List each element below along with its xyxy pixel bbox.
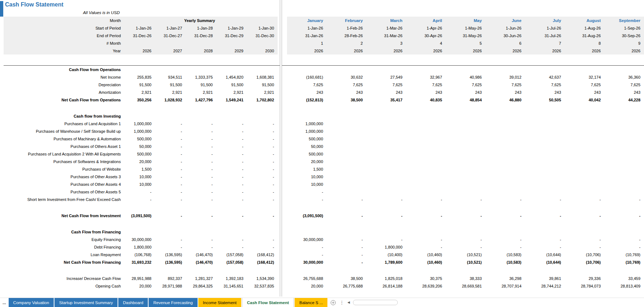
value-cell[interactable]: 36,298: [485, 275, 525, 282]
value-cell[interactable]: 500,000: [287, 135, 327, 142]
yearly-summary-label[interactable]: Yearly Summary: [124, 17, 278, 24]
value-cell[interactable]: [446, 180, 485, 188]
value-cell[interactable]: -: [604, 196, 644, 203]
row-label[interactable]: Opening Cash: [4, 282, 124, 290]
value-cell[interactable]: (3,091,500): [287, 212, 327, 219]
value-cell[interactable]: 50,000: [124, 142, 155, 150]
value-cell[interactable]: 27,549: [366, 73, 406, 81]
value-cell[interactable]: -: [247, 165, 278, 173]
value-cell[interactable]: 28,707,914: [485, 282, 525, 290]
value-cell[interactable]: -: [327, 236, 366, 243]
row-label[interactable]: Purchases of Website: [4, 165, 124, 173]
value-cell[interactable]: -: [247, 120, 278, 127]
value-cell[interactable]: [565, 165, 604, 173]
period-cell[interactable]: 31-Jul-26: [525, 32, 565, 39]
value-cell[interactable]: (168,412): [247, 251, 278, 258]
value-cell[interactable]: 40,835: [406, 96, 446, 104]
value-cell[interactable]: 91,500: [186, 81, 216, 88]
period-cell[interactable]: 2026: [525, 47, 565, 54]
value-cell[interactable]: 1,500: [124, 165, 155, 173]
value-cell[interactable]: -: [155, 142, 186, 150]
value-cell[interactable]: 7,625: [525, 81, 565, 88]
value-cell[interactable]: -: [327, 251, 366, 258]
value-cell[interactable]: -: [155, 120, 186, 127]
value-cell[interactable]: [406, 188, 446, 196]
period-cell[interactable]: 1-Aug-26: [565, 24, 604, 32]
value-cell[interactable]: 29,336: [565, 275, 604, 282]
value-cell[interactable]: -: [406, 243, 446, 251]
value-cell[interactable]: 30,000,000: [124, 236, 155, 243]
value-cell[interactable]: (10,521): [446, 258, 485, 266]
value-cell[interactable]: 36,360: [604, 73, 644, 81]
value-cell[interactable]: 38,333: [446, 275, 485, 282]
period-cell[interactable]: 1-May-26: [446, 24, 485, 32]
value-cell[interactable]: -: [186, 120, 216, 127]
value-cell[interactable]: -: [155, 188, 186, 196]
value-cell[interactable]: -: [525, 196, 565, 203]
col-header-march[interactable]: March: [366, 17, 406, 24]
value-cell[interactable]: (10,644): [525, 251, 565, 258]
value-cell[interactable]: -: [247, 243, 278, 251]
value-cell[interactable]: [406, 180, 446, 188]
period-cell[interactable]: 31-Dec-30: [247, 32, 278, 39]
value-cell[interactable]: [327, 142, 366, 150]
period-cell[interactable]: 1-Sep-26: [604, 24, 644, 32]
period-cell[interactable]: 31-Dec-28: [186, 32, 216, 39]
value-cell[interactable]: 31,145,651: [216, 282, 247, 290]
section-label[interactable]: Cash Flow from Operations: [4, 66, 124, 74]
value-cell[interactable]: -: [604, 243, 644, 251]
period-cell[interactable]: 2026: [485, 47, 525, 54]
value-cell[interactable]: [485, 158, 525, 165]
value-cell[interactable]: -: [216, 243, 247, 251]
value-cell[interactable]: [565, 188, 604, 196]
value-cell[interactable]: 31,693,232: [124, 258, 155, 266]
value-cell[interactable]: [366, 135, 406, 142]
period-cell[interactable]: 2: [327, 39, 366, 47]
period-cell[interactable]: 31-Aug-26: [565, 32, 604, 39]
value-cell[interactable]: 7,625: [446, 81, 485, 88]
value-cell[interactable]: [565, 135, 604, 142]
value-cell[interactable]: 2,921: [124, 88, 155, 96]
value-cell[interactable]: (168,412): [247, 258, 278, 266]
period-cell[interactable]: 31-Dec-29: [216, 32, 247, 39]
value-cell[interactable]: [485, 165, 525, 173]
value-cell[interactable]: -: [216, 120, 247, 127]
value-cell[interactable]: [446, 127, 485, 135]
value-cell[interactable]: 32,537,835: [247, 282, 278, 290]
value-cell[interactable]: [525, 180, 565, 188]
period-cell[interactable]: 7: [525, 39, 565, 47]
value-cell[interactable]: (10,521): [446, 251, 485, 258]
section-label[interactable]: Cash Flow from Financing: [4, 228, 124, 236]
value-cell[interactable]: -: [446, 236, 485, 243]
value-cell[interactable]: [366, 180, 406, 188]
value-cell[interactable]: 20,000: [124, 158, 155, 165]
period-cell[interactable]: 1-Jan-26: [287, 24, 327, 32]
period-cell[interactable]: 2028: [186, 47, 216, 54]
value-cell[interactable]: -: [186, 236, 216, 243]
value-cell[interactable]: 892,337: [155, 275, 186, 282]
value-cell[interactable]: [366, 158, 406, 165]
value-cell[interactable]: -: [327, 258, 366, 266]
value-cell[interactable]: (10,706): [565, 258, 604, 266]
period-cell[interactable]: 6: [485, 39, 525, 47]
value-cell[interactable]: [446, 135, 485, 142]
value-cell[interactable]: -: [485, 196, 525, 203]
period-cell[interactable]: 1-Jun-26: [485, 24, 525, 32]
col-header-april[interactable]: April: [406, 17, 446, 24]
row-label[interactable]: Purchases of Softwares & Integrations: [4, 158, 124, 165]
value-cell[interactable]: [446, 142, 485, 150]
value-cell[interactable]: -: [604, 212, 644, 219]
value-cell[interactable]: 243: [327, 88, 366, 96]
tab-overflow-ellipsis[interactable]: ...: [0, 298, 9, 307]
period-cell[interactable]: 1: [287, 39, 327, 47]
value-cell[interactable]: -: [216, 212, 247, 219]
value-cell[interactable]: 46,880: [485, 96, 525, 104]
row-label[interactable]: Amortization: [4, 88, 124, 96]
value-cell[interactable]: -: [327, 212, 366, 219]
period-cell[interactable]: 1-Apr-26: [406, 24, 446, 32]
value-cell[interactable]: 20,000: [287, 282, 327, 290]
value-cell[interactable]: -: [247, 196, 278, 203]
value-cell[interactable]: -: [485, 243, 525, 251]
value-cell[interactable]: [446, 120, 485, 127]
period-cell[interactable]: 2026: [604, 47, 644, 54]
